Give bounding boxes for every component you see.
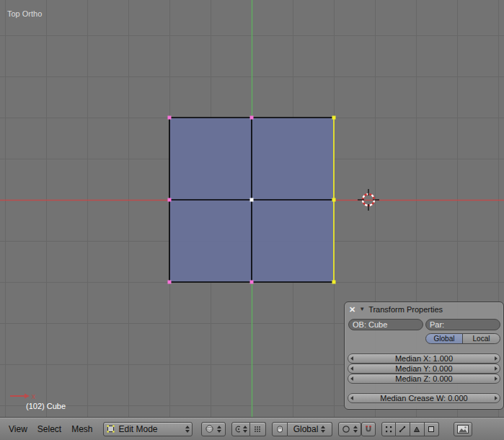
median-x-value: Median X: 1.000 xyxy=(355,354,492,363)
selected-vertex xyxy=(332,116,336,120)
stepper-arrows-icon xyxy=(243,426,247,433)
decrease-arrow-icon[interactable] xyxy=(350,396,353,400)
hand-icon xyxy=(275,424,284,434)
editmode-cube-icon xyxy=(106,424,115,434)
image-icon xyxy=(457,425,469,434)
stepper-arrows-icon xyxy=(185,426,190,433)
viewport-header: View Select Mesh Edit Mode xyxy=(0,417,504,440)
collapse-icon[interactable]: ▼ xyxy=(359,302,365,317)
increase-arrow-icon[interactable] xyxy=(495,396,498,400)
blender-window: x Top Ortho (102) Cube ✕ ▼ Transform Pro… xyxy=(0,0,504,440)
panel-header[interactable]: ✕ ▼ Transform Properties xyxy=(345,302,503,317)
median-y-slider[interactable]: Median Y: 0.000 xyxy=(348,364,500,374)
pivot-center-icon xyxy=(234,425,240,434)
sphere-icon xyxy=(205,424,214,434)
median-crease-value: Median Crease W: 0.000 xyxy=(355,394,492,402)
global-button[interactable]: Global xyxy=(425,333,463,344)
pivot-dropdown[interactable] xyxy=(231,422,250,436)
manipulator-hand-toggle[interactable] xyxy=(272,422,288,436)
decrease-arrow-icon[interactable] xyxy=(350,377,353,381)
snap-toggle[interactable] xyxy=(361,422,376,436)
transform-properties-panel[interactable]: ✕ ▼ Transform Properties OB: Cube Par: G… xyxy=(344,302,504,410)
selected-vertex xyxy=(332,198,336,202)
increase-arrow-icon[interactable] xyxy=(495,377,498,381)
select-mode-face-button[interactable] xyxy=(410,422,425,436)
decrease-arrow-icon[interactable] xyxy=(350,366,353,371)
occlude-cube-icon xyxy=(427,425,436,434)
increase-arrow-icon[interactable] xyxy=(495,356,498,361)
decrease-arrow-icon[interactable] xyxy=(350,356,353,361)
magnet-icon xyxy=(364,425,373,434)
orientation-dropdown[interactable]: Global xyxy=(288,422,332,436)
grid-dots-icon xyxy=(253,425,262,434)
local-button[interactable]: Local xyxy=(462,333,500,344)
manipulator-toggle[interactable] xyxy=(250,422,266,436)
mode-dropdown[interactable]: Edit Mode xyxy=(103,422,193,436)
face-select-icon xyxy=(412,425,421,434)
render-preview-button[interactable] xyxy=(454,422,472,436)
stepper-arrows-icon xyxy=(353,426,358,433)
select-mode-edge-button[interactable] xyxy=(396,422,410,436)
edge-select-icon xyxy=(398,425,407,434)
panel-title: Transform Properties xyxy=(368,305,443,314)
ob-name-field[interactable]: OB: Cube xyxy=(348,319,423,330)
orientation-dropdown-label: Global xyxy=(293,424,319,434)
vertex-select-icon xyxy=(384,425,393,434)
menu-select[interactable]: Select xyxy=(37,424,61,434)
menu-mesh[interactable]: Mesh xyxy=(71,424,92,434)
selected-vertex xyxy=(332,281,336,284)
median-crease-slider[interactable]: Median Crease W: 0.000 xyxy=(348,393,500,403)
stepper-arrows-icon xyxy=(217,426,221,433)
active-object-label: (102) Cube xyxy=(26,402,66,410)
view-mode-label: Top Ortho xyxy=(7,9,42,18)
parent-field[interactable]: Par: xyxy=(425,319,500,330)
occlude-geometry-button[interactable] xyxy=(425,422,439,436)
circle-falloff-icon xyxy=(342,425,350,434)
select-mode-vertex-button[interactable] xyxy=(381,422,396,436)
mode-dropdown-label: Edit Mode xyxy=(118,424,182,434)
median-z-value: Median Z: 0.000 xyxy=(355,374,492,383)
menu-view[interactable]: View xyxy=(9,424,27,434)
median-y-value: Median Y: 0.000 xyxy=(355,364,492,373)
active-vertex xyxy=(250,198,254,202)
median-x-slider[interactable]: Median X: 1.000 xyxy=(348,353,500,364)
close-icon[interactable]: ✕ xyxy=(349,302,355,317)
increase-arrow-icon[interactable] xyxy=(495,366,498,371)
draw-type-dropdown[interactable] xyxy=(201,422,226,436)
median-z-slider[interactable]: Median Z: 0.000 xyxy=(348,374,500,384)
axis-x-label: x xyxy=(32,392,35,400)
stepper-arrows-icon xyxy=(321,426,325,433)
proportional-edit-dropdown[interactable] xyxy=(338,422,361,436)
